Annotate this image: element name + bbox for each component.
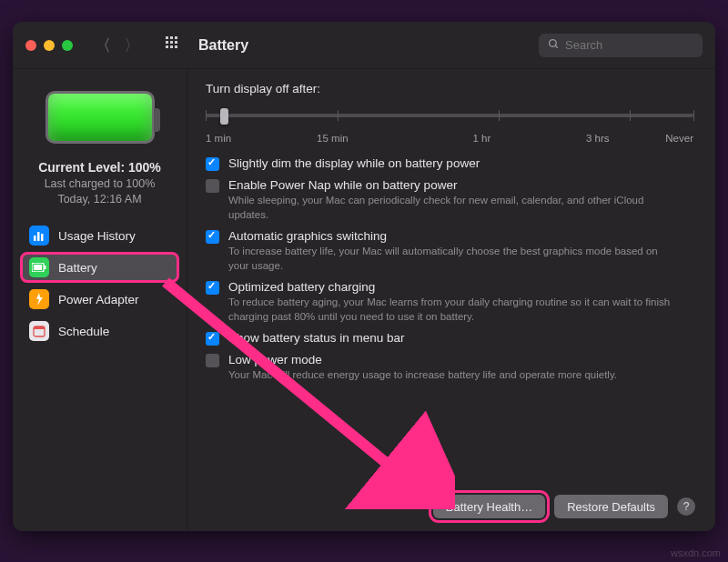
traffic-lights <box>25 40 73 51</box>
last-charged-time-label: Today, 12:16 AM <box>38 193 161 206</box>
titlebar: 〈 〉 Battery <box>13 22 715 69</box>
svg-rect-18 <box>34 326 45 329</box>
svg-rect-1 <box>170 36 173 39</box>
svg-rect-8 <box>175 45 177 48</box>
slider-thumb[interactable] <box>220 108 228 125</box>
battery-status: Current Level: 100% Last charged to 100%… <box>38 160 161 206</box>
display-off-label: Turn display off after: <box>206 82 693 95</box>
svg-rect-15 <box>34 265 42 270</box>
sidebar-item-schedule[interactable]: Schedule <box>22 317 177 345</box>
opt-menu-bar-status: Show battery status in menu bar <box>206 331 693 346</box>
sidebar-item-label: Usage History <box>58 229 136 243</box>
last-charged-label: Last charged to 100% <box>38 177 161 190</box>
slider-tick-labels: 1 min 15 min 1 hr 3 hrs Never <box>206 133 693 147</box>
opt-title: Automatic graphics switching <box>228 229 674 243</box>
battery-icon <box>29 257 49 277</box>
sidebar-item-usage-history[interactable]: Usage History <box>22 222 177 249</box>
svg-rect-13 <box>41 234 44 241</box>
nav-buttons: 〈 〉 <box>95 35 140 56</box>
search-input[interactable] <box>565 38 693 52</box>
window-title: Battery <box>198 37 248 54</box>
opt-title: Low power mode <box>228 353 617 366</box>
checkbox-graphics-switching[interactable] <box>206 230 219 244</box>
sidebar: Current Level: 100% Last charged to 100%… <box>13 69 187 531</box>
watermark: wsxdn.com <box>671 547 721 558</box>
opt-desc: Your Mac will reduce energy usage to inc… <box>228 368 617 383</box>
svg-rect-0 <box>166 36 168 39</box>
svg-point-9 <box>550 39 557 46</box>
opt-title: Enable Power Nap while on battery power <box>228 178 674 192</box>
footer-buttons: Battery Health… Restore Defaults ? <box>433 495 695 518</box>
svg-line-10 <box>555 45 558 48</box>
tick-label: 15 min <box>317 133 349 144</box>
main-panel: Turn display off after: 1 min 15 min 1 h… <box>187 69 715 531</box>
opt-title: Show battery status in menu bar <box>228 331 405 345</box>
svg-rect-3 <box>166 41 168 44</box>
opt-optimized-charging: Optimized battery charging To reduce bat… <box>206 280 693 324</box>
calendar-icon <box>29 321 49 341</box>
checkbox-menu-bar-status[interactable] <box>206 332 219 346</box>
svg-rect-7 <box>170 45 173 48</box>
svg-rect-12 <box>37 232 40 241</box>
plug-icon <box>29 289 49 309</box>
sidebar-item-label: Schedule <box>58 325 109 338</box>
opt-desc: To reduce battery aging, your Mac learns… <box>228 296 674 324</box>
battery-health-button[interactable]: Battery Health… <box>433 495 545 518</box>
close-icon[interactable] <box>25 40 36 51</box>
opt-title: Optimized battery charging <box>228 280 674 294</box>
opt-graphics-switching: Automatic graphics switching To increase… <box>206 229 693 273</box>
sidebar-item-label: Power Adapter <box>58 293 139 306</box>
help-button[interactable]: ? <box>677 497 695 516</box>
checkbox-dim-display[interactable] <box>206 157 219 171</box>
search-field[interactable] <box>539 34 703 57</box>
svg-rect-2 <box>175 36 177 39</box>
tick-label: Never <box>665 133 693 144</box>
sidebar-item-label: Battery <box>58 261 97 275</box>
sidebar-item-power-adapter[interactable]: Power Adapter <box>22 286 177 313</box>
forward-button[interactable]: 〉 <box>124 35 140 56</box>
grid-icon[interactable] <box>166 36 180 54</box>
minimize-icon[interactable] <box>44 40 55 51</box>
sidebar-nav: Usage History Battery Power Adapter <box>22 222 177 349</box>
tick-label: 1 min <box>206 133 231 144</box>
checkbox-low-power[interactable] <box>206 354 219 367</box>
svg-rect-11 <box>34 236 36 241</box>
opt-low-power: Low power mode Your Mac will reduce ener… <box>206 353 693 383</box>
opt-dim-display: Slightly dim the display while on batter… <box>206 156 693 171</box>
opt-desc: While sleeping, your Mac can periodicall… <box>228 194 674 222</box>
tick-label: 3 hrs <box>586 133 610 144</box>
settings-list: Slightly dim the display while on batter… <box>206 156 693 383</box>
battery-large-icon <box>46 91 155 144</box>
tick-label: 1 hr <box>472 133 490 144</box>
sidebar-item-battery[interactable]: Battery <box>22 254 177 281</box>
svg-rect-16 <box>45 266 46 269</box>
opt-title: Slightly dim the display while on batter… <box>228 156 480 170</box>
opt-desc: To increase battery life, your Mac will … <box>228 245 674 273</box>
restore-defaults-button[interactable]: Restore Defaults <box>554 495 668 518</box>
bars-icon <box>29 226 49 246</box>
back-button[interactable]: 〈 <box>95 35 111 56</box>
current-level-label: Current Level: 100% <box>38 160 161 175</box>
search-icon <box>548 37 560 54</box>
svg-rect-5 <box>175 41 177 44</box>
svg-rect-6 <box>166 45 168 48</box>
checkbox-power-nap[interactable] <box>206 179 219 193</box>
battery-preferences-window: 〈 〉 Battery Current Level: 100% Last cha… <box>13 22 715 531</box>
fullscreen-icon[interactable] <box>62 40 73 51</box>
display-off-slider[interactable] <box>206 103 693 128</box>
svg-rect-4 <box>170 41 173 44</box>
opt-power-nap: Enable Power Nap while on battery power … <box>206 178 693 222</box>
checkbox-optimized-charging[interactable] <box>206 281 219 295</box>
